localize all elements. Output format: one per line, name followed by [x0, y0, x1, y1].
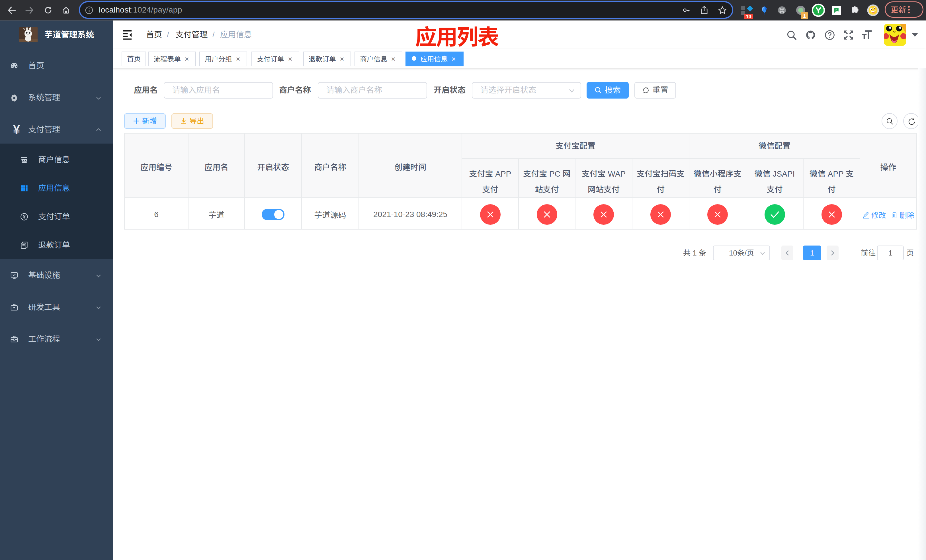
svg-text:10: 10	[746, 14, 751, 19]
svg-text:1: 1	[803, 14, 806, 19]
